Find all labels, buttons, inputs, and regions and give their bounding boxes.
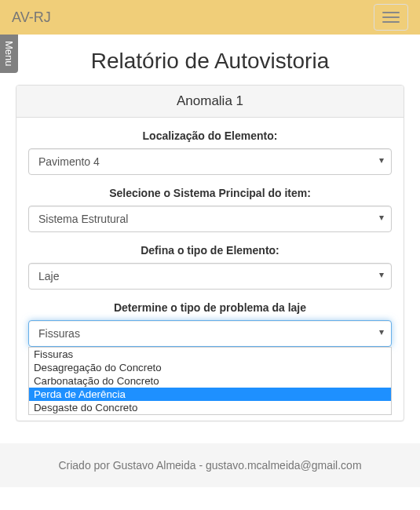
option-desgaste[interactable]: Desgaste do Concreto <box>29 401 391 414</box>
label-problem-type: Determine o tipo de problema da laje <box>28 301 392 314</box>
option-desagregacao[interactable]: Desagregação do Concreto <box>29 361 391 374</box>
footer-text: Criado por Gustavo Almeida - gustavo.mca… <box>58 459 361 472</box>
label-system: Selecione o Sistema Principal do item: <box>28 187 392 199</box>
panel-body: Localização do Elemento: Pavimento 4 Sel… <box>16 118 404 421</box>
navbar: AV-RJ <box>0 0 420 35</box>
hamburger-icon <box>382 21 400 23</box>
hamburger-icon <box>382 12 400 13</box>
form-group-system: Selecione o Sistema Principal do item: S… <box>28 187 392 232</box>
menu-tab[interactable]: Menu <box>0 35 18 73</box>
navbar-brand[interactable]: AV-RJ <box>12 1 51 35</box>
label-location: Localização do Elemento: <box>28 129 392 142</box>
option-perda-aderencia[interactable]: Perda de Aderência <box>29 388 391 401</box>
panel-heading: Anomalia 1 <box>16 86 404 118</box>
select-problem-type[interactable]: Fissuras <box>28 320 392 347</box>
option-carbonatacao[interactable]: Carbonatação do Concreto <box>29 374 391 388</box>
page-title: Relatório de Autovistoria <box>16 49 404 74</box>
panel-anomaly: Anomalia 1 Localização do Elemento: Pavi… <box>16 85 404 421</box>
select-element-type[interactable]: Laje <box>28 263 392 290</box>
hamburger-icon <box>382 16 400 18</box>
footer: Criado por Gustavo Almeida - gustavo.mca… <box>0 443 420 487</box>
form-group-location: Localização do Elemento: Pavimento 4 <box>28 129 392 175</box>
dropdown-problem-options: Fissuras Desagregação do Concreto Carbon… <box>28 347 392 415</box>
form-group-problem-type: Determine o tipo de problema da laje Fis… <box>28 301 392 347</box>
select-location[interactable]: Pavimento 4 <box>28 148 392 175</box>
option-fissuras[interactable]: Fissuras <box>29 348 391 361</box>
select-system[interactable]: Sistema Estrutural <box>28 206 392 232</box>
form-group-element-type: Defina o tipo de Elemento: Laje <box>28 244 392 290</box>
navbar-toggle[interactable] <box>374 4 408 31</box>
label-element-type: Defina o tipo de Elemento: <box>28 244 392 257</box>
